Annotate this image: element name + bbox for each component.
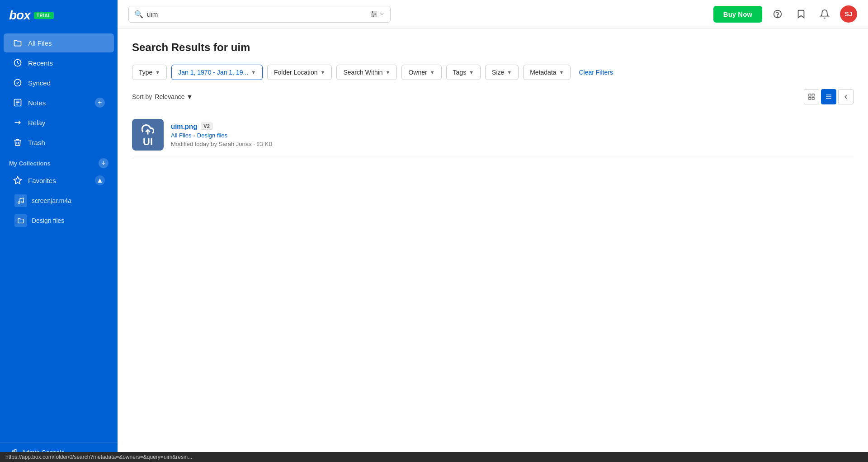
type-filter-button[interactable]: Type ▼ [132, 65, 167, 80]
chevron-down-icon: ▼ [430, 70, 435, 75]
sidebar-item-label: Synced [28, 79, 51, 87]
chevron-down-icon: ▼ [187, 93, 193, 100]
sidebar-item-all-files[interactable]: All Files [4, 33, 114, 52]
sidebar: box TRIAL All Files Recents Synced [0, 0, 118, 462]
file-initials: UI [143, 137, 153, 147]
search-icon: 🔍 [134, 10, 143, 19]
search-bar: 🔍 [128, 6, 391, 23]
sidebar-item-synced[interactable]: Synced [4, 73, 114, 92]
main-content: 🔍 Buy Now SJ [118, 0, 868, 462]
svg-rect-19 [809, 94, 811, 96]
sidebar-item-notes[interactable]: Notes + [4, 93, 114, 112]
search-within-filter-button[interactable]: Search Within ▼ [336, 65, 397, 80]
svg-rect-22 [812, 97, 814, 99]
star-icon [13, 98, 23, 108]
result-thumbnail: UI [132, 119, 164, 151]
path-separator: › [193, 132, 195, 139]
trial-badge: TRIAL [34, 12, 54, 19]
search-input[interactable] [147, 10, 366, 18]
sidebar-item-relay[interactable]: Relay [4, 113, 114, 132]
back-button[interactable] [838, 89, 854, 104]
help-icon[interactable] [769, 6, 786, 22]
list-view-button[interactable] [821, 89, 836, 104]
path-part-2[interactable]: Design files [197, 132, 227, 139]
svg-rect-21 [809, 97, 811, 99]
svg-point-15 [375, 14, 376, 15]
metadata-filter-button[interactable]: Metadata ▼ [523, 65, 571, 80]
sort-bar: Sort by Relevance ▼ [132, 89, 854, 104]
grid-view-button[interactable] [804, 89, 819, 104]
svg-point-6 [18, 202, 20, 203]
sidebar-item-label: Relay [28, 119, 45, 127]
search-results: UI uim.png V2 All Files › Design files M… [132, 112, 854, 158]
music-icon [14, 194, 27, 207]
version-badge: V2 [201, 123, 212, 130]
header-actions: Buy Now SJ [713, 5, 857, 23]
bookmark-icon[interactable] [793, 6, 809, 22]
result-modified: Modified today by Sarah Jonas [171, 141, 252, 147]
sidebar-item-favorites[interactable]: Favorites ▲ [4, 171, 114, 190]
path-part-1[interactable]: All Files [171, 132, 192, 139]
result-size: 23 KB [256, 141, 272, 147]
chevron-down-icon: ▼ [155, 70, 160, 75]
sidebar-item-label: Recents [28, 59, 53, 67]
sidebar-item-trash[interactable]: Trash [4, 133, 114, 152]
sort-by-section: Sort by Relevance ▼ [132, 93, 193, 100]
favorites-icon [13, 175, 23, 185]
my-collections-section: My Collections + [0, 153, 118, 170]
tags-filter-button[interactable]: Tags ▼ [446, 65, 481, 80]
table-row: UI uim.png V2 All Files › Design files M… [132, 112, 854, 158]
page-title: Search Results for uim [132, 41, 854, 54]
result-filename-link[interactable]: uim.png [171, 123, 197, 130]
favorites-add-button[interactable]: ▲ [95, 175, 105, 185]
box-logo: box [9, 8, 30, 23]
favorites-item-design-files[interactable]: Design files [0, 211, 118, 231]
svg-point-7 [22, 201, 24, 203]
favorites-item-screenjar[interactable]: screenjar.m4a [0, 191, 118, 211]
buy-now-button[interactable]: Buy Now [713, 6, 762, 23]
result-meta: Modified today by Sarah Jonas · 23 KB [171, 141, 854, 147]
result-name-row: uim.png V2 [171, 123, 854, 130]
trash-icon [13, 137, 23, 147]
sort-by-label: Sort by [132, 93, 152, 100]
sidebar-nav: All Files Recents Synced Notes + [0, 29, 118, 443]
date-filter-button[interactable]: Jan 1, 1970 - Jan 1, 19... ▼ [171, 65, 263, 80]
url-bar: https://app.box.com/folder/0/search?meta… [0, 452, 868, 462]
svg-rect-20 [812, 94, 814, 96]
folder-location-filter-button[interactable]: Folder Location ▼ [267, 65, 332, 80]
content-area: Search Results for uim Type ▼ Jan 1, 197… [118, 28, 868, 462]
clear-filters-button[interactable]: Clear Filters [579, 69, 613, 76]
clock-icon [13, 58, 23, 68]
result-path: All Files › Design files [171, 132, 854, 139]
sort-relevance-dropdown[interactable]: Relevance ▼ [155, 93, 193, 100]
sidebar-item-label: Favorites [28, 177, 56, 184]
svg-point-18 [778, 16, 778, 16]
chevron-down-icon: ▼ [386, 70, 391, 75]
filter-bar: Type ▼ Jan 1, 1970 - Jan 1, 19... ▼ Fold… [132, 65, 854, 80]
relay-icon [13, 118, 23, 127]
collections-add-button[interactable]: + [99, 158, 108, 168]
sidebar-item-label: All Files [28, 39, 52, 47]
chevron-down-icon: ▼ [559, 70, 564, 75]
avatar[interactable]: SJ [840, 5, 857, 23]
chevron-down-icon: ▼ [321, 70, 326, 75]
logo-area: box TRIAL [0, 0, 118, 29]
view-toggle [804, 89, 854, 104]
svg-point-14 [372, 11, 373, 13]
folder-icon [14, 214, 27, 227]
chevron-down-icon: ▼ [251, 70, 256, 75]
sidebar-item-label: Notes [28, 99, 46, 107]
chevron-down-icon: ▼ [469, 70, 474, 75]
check-circle-icon [13, 78, 23, 88]
sidebar-item-label: Trash [28, 139, 45, 146]
filter-options-icon[interactable] [370, 10, 385, 18]
favorites-item-label: Design files [32, 217, 64, 224]
notes-add-button[interactable]: + [95, 98, 105, 108]
my-collections-label: My Collections [9, 160, 51, 167]
header: 🔍 Buy Now SJ [118, 0, 868, 28]
size-filter-button[interactable]: Size ▼ [485, 65, 519, 80]
owner-filter-button[interactable]: Owner ▼ [401, 65, 441, 80]
notifications-icon[interactable] [816, 6, 833, 22]
upload-icon [142, 123, 154, 136]
sidebar-item-recents[interactable]: Recents [4, 53, 114, 72]
